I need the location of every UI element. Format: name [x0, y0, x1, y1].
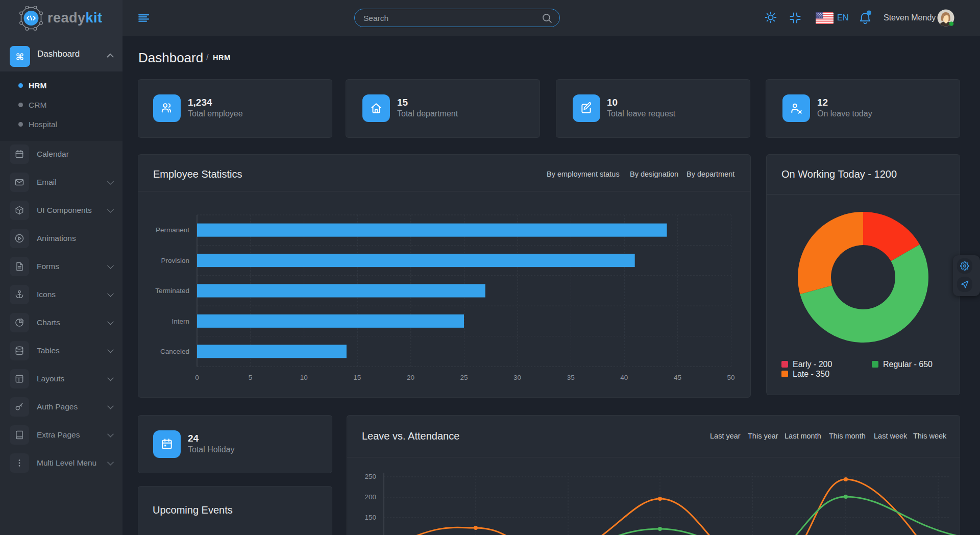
svg-text:45: 45	[674, 374, 681, 381]
svg-text:35: 35	[567, 374, 575, 381]
svg-text:Canceled: Canceled	[160, 348, 189, 355]
svg-text:40: 40	[620, 374, 628, 381]
svg-text:15: 15	[353, 374, 361, 381]
svg-text:20: 20	[407, 374, 414, 381]
svg-text:Permanent: Permanent	[156, 226, 189, 234]
svg-text:30: 30	[513, 374, 521, 381]
svg-text:200: 200	[364, 493, 376, 501]
svg-text:10: 10	[300, 374, 308, 381]
svg-text:Provision: Provision	[161, 257, 189, 264]
svg-text:50: 50	[727, 374, 734, 381]
svg-text:25: 25	[460, 374, 468, 381]
svg-text:150: 150	[364, 514, 376, 521]
svg-text:250: 250	[364, 473, 376, 480]
svg-text:0: 0	[195, 374, 199, 381]
svg-text:Terminated: Terminated	[155, 287, 189, 295]
svg-text:Intern: Intern	[172, 318, 189, 325]
svg-text:5: 5	[249, 374, 253, 381]
